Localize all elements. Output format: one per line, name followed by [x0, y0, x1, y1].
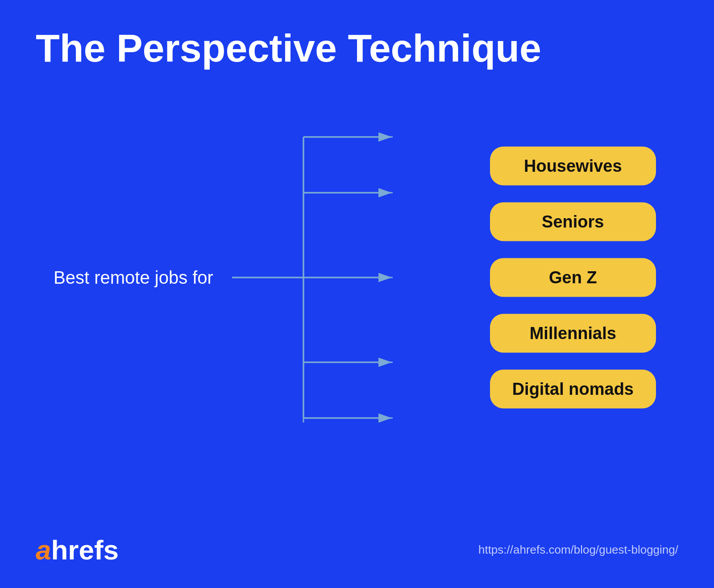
ahrefs-logo: a hrefs [36, 534, 119, 566]
logo-hrefs: hrefs [51, 534, 119, 566]
pill-gen-z: Gen Z [490, 258, 656, 297]
diagram-area: Best remote jobs for Housewives Seniors … [0, 88, 714, 467]
pill-container: Housewives Seniors Gen Z Millennials Dig… [490, 146, 656, 408]
pill-digital-nomads: Digital nomads [490, 369, 656, 408]
pill-seniors: Seniors [490, 202, 656, 241]
footer: a hrefs https://ahrefs.com/blog/guest-bl… [0, 534, 714, 566]
left-label: Best remote jobs for [54, 267, 213, 287]
logo-a: a [36, 534, 51, 566]
footer-url: https://ahrefs.com/blog/guest-blogging/ [478, 543, 678, 557]
pill-housewives: Housewives [490, 146, 656, 185]
page-title: The Perspective Technique [0, 0, 714, 79]
pill-millennials: Millennials [490, 314, 656, 352]
